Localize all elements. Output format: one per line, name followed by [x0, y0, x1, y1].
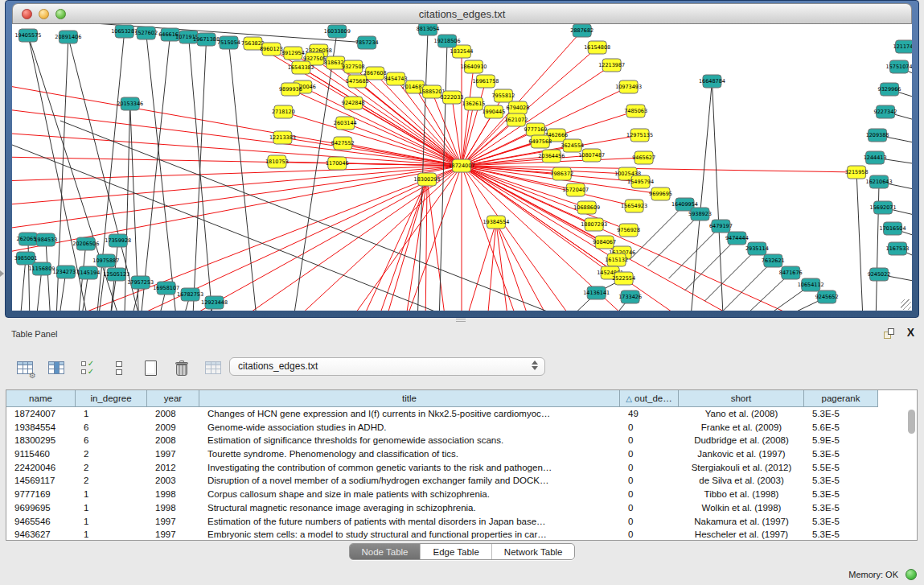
select-columns-icon[interactable]	[46, 357, 67, 378]
graph-node[interactable]: 16961758	[472, 75, 499, 88]
graph-node[interactable]: 19405575	[14, 29, 41, 42]
graph-node[interactable]: 9245022	[868, 268, 891, 281]
graph-node[interactable]: 9329966	[878, 83, 901, 96]
table-row[interactable]: 2242004622012Investigating the contribut…	[6, 461, 917, 475]
graph-node[interactable]: 2603144	[334, 117, 357, 130]
tab-edge-table[interactable]: Edge Table	[421, 544, 491, 559]
graph-node[interactable]: 12342737	[52, 266, 79, 278]
graph-node[interactable]: 1145194	[76, 266, 100, 279]
graph-node[interactable]: 8427552	[331, 137, 355, 150]
table-settings-icon[interactable]: ⚙	[14, 357, 35, 378]
graph-node[interactable]: 1810753	[265, 155, 289, 168]
graph-node[interactable]: 16543382	[288, 61, 314, 74]
graph-node[interactable]: 9465627	[632, 151, 655, 164]
network-canvas-svg[interactable]: 1872400718300295193845547563822896012389…	[12, 24, 912, 311]
graph-node[interactable]: 7955812	[491, 89, 515, 102]
graph-node[interactable]: 17359928	[105, 234, 131, 247]
delete-table-icon[interactable]	[171, 357, 192, 378]
graph-node[interactable]: 1211741	[893, 40, 912, 53]
graph-node[interactable]: 20206506	[72, 237, 99, 250]
graph-node[interactable]: 1209388	[866, 129, 889, 142]
float-window-icon[interactable]	[884, 328, 895, 340]
graph-node[interactable]: 1733426	[618, 290, 642, 303]
table-row[interactable]: 1938455462009Genome-wide association stu…	[6, 421, 917, 435]
graph-node[interactable]: 2887682	[570, 24, 593, 37]
graph-node[interactable]: 12975135	[626, 129, 653, 142]
graph-node[interactable]: 15692071	[870, 201, 897, 214]
graph-node[interactable]: 19218506	[434, 35, 461, 47]
network-view-window[interactable]: citations_edges.txt 18724007183002951938…	[5, 0, 919, 318]
graph-node[interactable]: 15654923	[621, 200, 647, 212]
graph-node[interactable]: 8960123	[260, 43, 283, 56]
graph-node[interactable]: 1244413	[864, 151, 887, 164]
graph-node[interactable]: 5938923	[688, 208, 712, 220]
tab-node-table[interactable]: Node Table	[350, 544, 421, 559]
graph-node[interactable]: 8912954	[281, 47, 305, 60]
graph-node[interactable]: 20153346	[117, 97, 143, 110]
graph-node[interactable]: 15720407	[562, 183, 589, 196]
graph-node[interactable]: 5475685	[346, 75, 369, 88]
table-row[interactable]: 946362711997Embryonic stem cells: a mode…	[6, 528, 917, 541]
graph-node[interactable]: 18640910	[460, 60, 487, 73]
graph-node[interactable]: 12213383	[269, 131, 296, 144]
graph-node[interactable]: 9756928	[617, 224, 640, 237]
unselect-all-icon[interactable]	[109, 357, 129, 378]
panel-collapse-arrow[interactable]	[0, 270, 4, 277]
graph-node[interactable]: 1621072	[504, 113, 528, 126]
graph-node[interactable]: 9777169	[524, 123, 547, 136]
graph-node[interactable]: 6497568	[528, 135, 552, 148]
graph-node[interactable]: 7485063	[624, 105, 647, 117]
graph-node[interactable]: 9242848	[342, 97, 365, 109]
graph-node[interactable]: 7632621	[762, 254, 785, 267]
table-row[interactable]: 1872400712008Changes of HCN gene express…	[6, 407, 917, 421]
column-header-short[interactable]: short	[679, 390, 804, 407]
graph-node[interactable]: 7515054	[217, 36, 240, 49]
graph-node[interactable]: 11156809	[28, 262, 55, 275]
graph-node[interactable]: 2522554	[612, 272, 635, 285]
graph-node[interactable]: 1167533	[886, 242, 910, 255]
graph-node[interactable]: 18724007	[449, 159, 475, 172]
graph-node[interactable]: 1170046	[326, 157, 349, 170]
graph-node[interactable]: 9474444	[725, 232, 749, 245]
window-resize-grip[interactable]	[901, 299, 911, 310]
graph-node[interactable]: 2935114	[745, 242, 769, 255]
graph-node[interactable]: 12505123	[103, 268, 129, 281]
network-window-titlebar[interactable]: citations_edges.txt	[12, 3, 912, 24]
vertical-scrollbar-thumb[interactable]	[908, 410, 915, 434]
graph-node[interactable]: 8471676	[779, 266, 803, 279]
table-row[interactable]: 1830029562008Estimation of significance …	[6, 434, 917, 447]
table-row[interactable]: 911546021997Tourette syndrome. Phenomeno…	[6, 447, 917, 461]
graph-node[interactable]: 10973493	[615, 80, 642, 93]
graph-node[interactable]: 2718120	[272, 105, 295, 118]
graph-node[interactable]: 16154808	[584, 41, 610, 54]
graph-node[interactable]: 6794028	[506, 101, 529, 114]
graph-node[interactable]: 12923448	[201, 296, 228, 309]
graph-node[interactable]: 1615132	[605, 253, 628, 266]
graph-node[interactable]: 7857234	[355, 36, 379, 49]
graph-node[interactable]: 16648784	[699, 75, 725, 88]
graph-node[interactable]: 7986372	[550, 167, 573, 180]
graph-node[interactable]: 9084067	[593, 236, 616, 249]
graph-node[interactable]: 9327508	[342, 60, 365, 73]
graph-node[interactable]: 10688609	[573, 201, 600, 214]
graph-node[interactable]: 10807487	[578, 149, 605, 162]
graph-node[interactable]: 15751074	[886, 60, 912, 73]
graph-node[interactable]: 10654112	[798, 278, 824, 291]
graph-node[interactable]: 18807293	[581, 218, 607, 231]
column-header-pagerank[interactable]: pagerank	[804, 390, 878, 407]
graph-node[interactable]: 19671388	[193, 33, 220, 46]
graph-node[interactable]: 12213987	[598, 59, 625, 72]
graph-node[interactable]: 1990445	[482, 105, 505, 118]
graph-node[interactable]: 9699695	[649, 187, 672, 200]
table-row[interactable]: 1456911722003Disruption of a novel membe…	[6, 474, 917, 488]
table-selector-dropdown[interactable]: citations_edges.txt	[229, 357, 545, 376]
graph-node[interactable]: 16210643	[866, 175, 893, 188]
column-header-name[interactable]: name	[6, 390, 76, 407]
graph-node[interactable]: 6479197	[709, 220, 733, 233]
graph-node[interactable]: 20364456	[538, 150, 565, 163]
graph-node[interactable]: 9245652	[815, 290, 839, 303]
graph-node[interactable]: 18300295	[414, 173, 441, 186]
graph-node[interactable]: 19384554	[483, 216, 509, 229]
graph-node[interactable]: 16782753	[177, 288, 203, 301]
new-table-icon[interactable]	[140, 357, 161, 378]
